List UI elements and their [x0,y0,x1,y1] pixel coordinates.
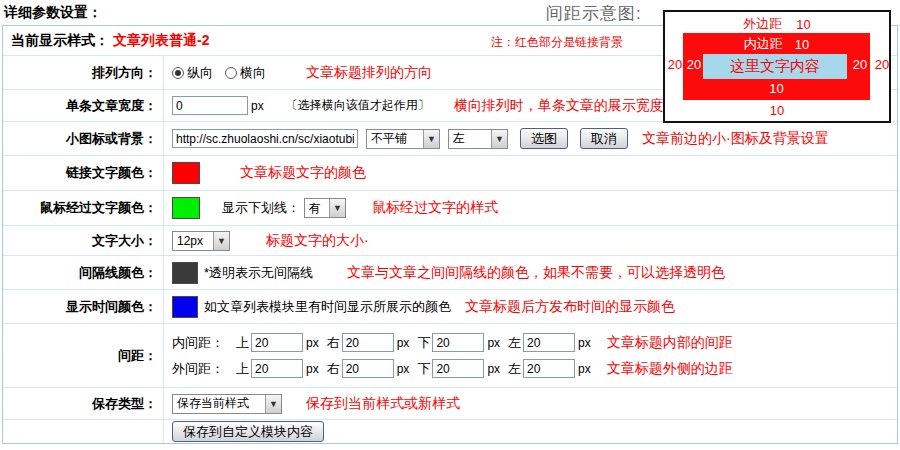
outer-left-input[interactable] [523,359,575,378]
diagram-right-padding-value: 20 [851,57,869,72]
inner-right-input[interactable] [342,333,394,352]
item-width-unit: px [251,99,264,113]
time-color-hint: 如文章列表模块里有时间显示所展示的颜色 [204,298,451,316]
underline-select[interactable]: 有 ▼ [304,198,346,218]
diagram-bottom-padding-value: 10 [683,81,870,96]
hover-color-label: 鼠标经过文字颜色： [3,191,164,225]
separator-color-label: 间隔线颜色： [3,256,164,289]
diagram-inner-padding-label: 内边距 10 [683,35,870,53]
time-color-note: 文章标题后方发布时间的显示颜色 [465,298,675,316]
chevron-down-icon: ▼ [213,232,229,250]
save-type-value: 保存当前样式 [173,395,265,412]
outer-spacing-label: 外间距： [172,360,228,378]
outer-bottom-input[interactable] [432,359,484,378]
underline-label: 显示下划线： [222,199,300,217]
save-type-row: 保存类型： 保存当前样式 ▼ 保存到当前样式或新样式 [3,388,897,420]
link-color-note: 文章标题文字的颜色 [240,164,366,182]
icon-background-row: 小图标或背景： 不平铺 ▼ 左 ▼ 选图 取消 文章前边的小·图标及背景设置 [3,122,897,156]
diagram-left-margin-value: 20 [666,57,684,72]
page-title: 详细参数设置： [4,4,102,22]
inner-spacing-note: 文章标题内部的间距 [607,334,733,352]
tile-mode-select[interactable]: 不平铺 ▼ [366,129,440,149]
hover-color-swatch[interactable] [172,197,200,219]
font-size-row: 文字大小： 12px ▼ 标题文字的大小· [3,226,897,256]
direction-label: 排列方向： [3,56,164,89]
font-size-select[interactable]: 12px ▼ [172,231,230,251]
spacing-row: 间距： 内间距： 上px 右px 下px 左px 文章标题内部的间距 外间距： … [3,324,897,388]
vertical-radio[interactable] [172,67,184,79]
chevron-down-icon: ▼ [423,130,439,148]
diagram-bottom-margin-value: 10 [665,103,889,118]
inner-top-input[interactable] [251,333,303,352]
separator-color-swatch[interactable] [172,262,198,284]
save-to-custom-module-button[interactable]: 保存到自定义模块内容 [172,421,324,442]
save-button-row: 保存到自定义模块内容 [3,420,897,443]
time-color-label: 显示时间颜色： [3,290,164,323]
separator-transparent-hint: *透明表示无间隔线 [204,264,313,282]
vertical-radio-label: 纵向 [187,64,213,82]
spacing-label: 间距： [3,324,164,387]
direction-vertical-option[interactable]: 纵向 [172,64,213,82]
icon-background-label: 小图标或背景： [3,122,164,155]
font-size-label: 文字大小： [3,226,164,255]
direction-note: 文章标题排列的方向 [306,64,432,82]
diagram-link-background: 内边距 10 这里文字内容 10 [683,33,870,100]
inner-spacing-label: 内间距： [172,334,228,352]
icon-url-input[interactable] [172,129,358,148]
chevron-down-icon: ▼ [491,130,507,148]
inner-spacing-line: 内间距： 上px 右px 下px 左px 文章标题内部的间距 [172,333,897,352]
direction-horizontal-option[interactable]: 横向 [225,64,266,82]
current-style-label: 当前显示样式： [11,32,109,50]
hover-color-note: 鼠标经过文字的样式 [372,199,498,217]
outer-spacing-note: 文章标题外侧的边距 [607,360,733,378]
save-type-select[interactable]: 保存当前样式 ▼ [172,394,282,414]
diagram-outer-margin-label: 外边距 10 [665,15,889,33]
horizontal-radio-label: 横向 [240,64,266,82]
item-width-input[interactable] [172,96,248,115]
icon-align-select[interactable]: 左 ▼ [448,129,508,149]
item-width-label: 单条文章宽度： [3,90,164,121]
font-size-note: 标题文字的大小· [266,232,369,250]
outer-top-input[interactable] [251,359,303,378]
red-background-note: 注：红色部分是链接背景 [491,34,623,51]
outer-spacing-line: 外间距： 上px 右px 下px 左px 文章标题外侧的边距 [172,359,897,378]
item-width-hint: 〔选择横向该值才起作用〕 [286,97,430,114]
horizontal-radio[interactable] [225,67,237,79]
chevron-down-icon: ▼ [329,199,345,217]
icon-background-note: 文章前边的小·图标及背景设置 [642,130,829,148]
inner-bottom-input[interactable] [432,333,484,352]
time-color-row: 显示时间颜色： 如文章列表模块里有时间显示所展示的颜色 文章标题后方发布时间的显… [3,290,897,324]
save-type-note: 保存到当前样式或新样式 [306,395,460,413]
spacing-diagram: 外边距 10 内边距 10 这里文字内容 10 10 20 20 20 20 [663,10,891,123]
inner-left-input[interactable] [523,333,575,352]
diagram-left-padding-value: 20 [685,57,703,72]
choose-image-button[interactable]: 选图 [520,128,568,149]
link-color-label: 链接文字颜色： [3,156,164,190]
cancel-image-button[interactable]: 取消 [580,128,628,149]
separator-color-note: 文章与文章之间间隔线的颜色，如果不需要，可以选择透明色 [347,264,725,282]
time-color-swatch[interactable] [172,296,198,318]
icon-align-value: 左 [449,130,491,147]
underline-value: 有 [305,200,329,217]
hover-color-row: 鼠标经过文字颜色： 显示下划线： 有 ▼ 鼠标经过文字的样式 [3,191,897,226]
chevron-down-icon: ▼ [265,395,281,413]
link-color-swatch[interactable] [172,162,200,184]
tile-mode-value: 不平铺 [367,130,423,147]
diagram-right-margin-value: 20 [873,57,891,72]
font-size-value: 12px [173,234,213,248]
link-color-row: 链接文字颜色： 文章标题文字的颜色 [3,156,897,191]
outer-right-input[interactable] [342,359,394,378]
current-style-value: 文章列表普通-2 [113,32,209,50]
spacing-diagram-heading: 间距示意图: [546,2,642,25]
save-type-label: 保存类型： [3,388,164,419]
item-width-note: 横向排列时，单条文章的展示宽度 [454,97,664,115]
separator-color-row: 间隔线颜色： *透明表示无间隔线 文章与文章之间间隔线的颜色，如果不需要，可以选… [3,256,897,290]
diagram-content-box: 这里文字内容 [703,54,847,79]
